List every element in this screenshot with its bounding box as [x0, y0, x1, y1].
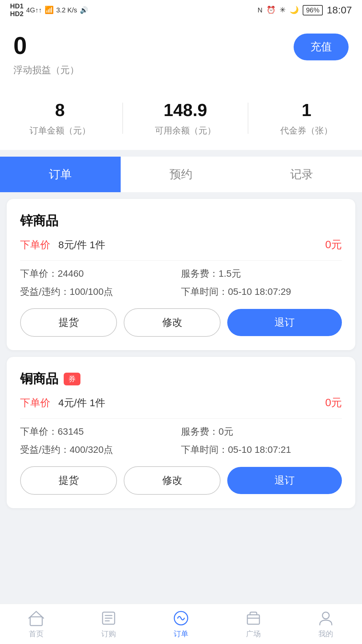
modify-button-2[interactable]: 修改 [124, 466, 221, 495]
price-total-2: 0元 [325, 395, 342, 410]
nav-subscribe-label: 订购 [101, 629, 116, 639]
order-title-1: 锌商品 [20, 212, 58, 229]
order-title-row-2: 铜商品 券 [20, 370, 342, 387]
carrier-icon: HD1HD2 [10, 2, 23, 18]
header-section: 0 充值 浮动损益（元） 8 订单金额（元） 148.9 可用余额（元） 1 代… [0, 20, 362, 150]
signal-4g-icon: 4G↑↑ [26, 6, 42, 14]
price-row-1: 下单价 8元/件 1件 0元 [20, 237, 342, 252]
price-row-2: 下单价 4元/件 1件 0元 [20, 395, 342, 410]
nav-order[interactable]: 订单 [145, 609, 217, 639]
pickup-button-1[interactable]: 提货 [20, 308, 117, 337]
tabs-section: 订单 预约 记录 [0, 157, 362, 192]
nav-mine-label: 我的 [318, 629, 333, 639]
info-grid-1: 下单价：24460 服务费：1.5元 受益/违约：100/100点 下单时间：0… [20, 267, 342, 298]
service-fee-2: 服务费：0元 [181, 425, 342, 438]
stat-vouchers: 1 代金券（张） [280, 100, 333, 137]
action-row-2: 提货 修改 退订 [20, 466, 342, 495]
order-price-2: 下单价：63145 [20, 425, 181, 438]
home-icon [27, 609, 45, 627]
voucher-badge-2: 券 [64, 373, 80, 385]
order-time-2: 下单时间：05-10 18:07:21 [181, 443, 342, 456]
nav-market-label: 广场 [246, 629, 261, 639]
order-time-1: 下单时间：05-10 18:07:29 [181, 285, 342, 298]
status-left: HD1HD2 4G↑↑ 📶 3.2 K/s 🔊 [10, 2, 88, 18]
stats-row: 8 订单金额（元） 148.9 可用余额（元） 1 代金券（张） [13, 93, 349, 137]
status-right: N ⏰ ✳ 🌙 96% 18:07 [257, 4, 352, 16]
balance-amount: 0 [13, 34, 27, 58]
svg-point-8 [322, 612, 329, 619]
nav-order-label: 订单 [174, 629, 188, 639]
speed-label: 3.2 K/s [56, 6, 77, 14]
order-card-1: 锌商品 下单价 8元/件 1件 0元 下单价：24460 服务费：1.5元 受益… [7, 199, 355, 350]
order-icon [172, 609, 190, 627]
alarm-icon: ⏰ [266, 6, 276, 14]
mine-icon [317, 609, 335, 627]
divider-1 [20, 260, 342, 261]
recharge-button[interactable]: 充值 [294, 34, 349, 60]
main-content: 锌商品 下单价 8元/件 1件 0元 下单价：24460 服务费：1.5元 受益… [0, 192, 362, 562]
moon-icon: 🌙 [290, 6, 299, 14]
volume-icon: 🔊 [80, 6, 88, 14]
order-card-2: 铜商品 券 下单价 4元/件 1件 0元 下单价：63145 服务费：0元 受益… [7, 357, 355, 508]
nav-home[interactable]: 首页 [0, 609, 72, 639]
cancel-button-2[interactable]: 退订 [227, 467, 342, 494]
info-grid-2: 下单价：63145 服务费：0元 受益/违约：400/320点 下单时间：05-… [20, 425, 342, 456]
svg-rect-6 [247, 615, 259, 624]
balance-row: 0 充值 [13, 34, 349, 60]
status-bar: HD1HD2 4G↑↑ 📶 3.2 K/s 🔊 N ⏰ ✳ 🌙 96% 18:0… [0, 0, 362, 20]
service-fee-1: 服务费：1.5元 [181, 267, 342, 280]
tab-orders[interactable]: 订单 [0, 157, 121, 192]
stat-order-amount: 8 订单金额（元） [29, 100, 90, 137]
bluetooth-icon: ✳ [280, 6, 286, 14]
stat-divider-1 [122, 103, 123, 134]
balance-label: 浮动损益（元） [13, 64, 349, 76]
subscribe-icon [100, 609, 117, 627]
market-icon [245, 609, 262, 627]
orders-container: 锌商品 下单价 8元/件 1件 0元 下单价：24460 服务费：1.5元 受益… [0, 192, 362, 515]
stat-divider-2 [248, 103, 248, 134]
order-title-2: 铜商品 [20, 370, 58, 387]
nav-market[interactable]: 广场 [217, 609, 290, 639]
pickup-button-2[interactable]: 提货 [20, 466, 117, 495]
wifi-icon: 📶 [45, 6, 54, 14]
price-detail-2: 4元/件 1件 [58, 396, 325, 410]
profit-loss-1: 受益/违约：100/100点 [20, 285, 181, 298]
nav-mine[interactable]: 我的 [290, 609, 362, 639]
svg-rect-0 [30, 617, 42, 626]
tab-records[interactable]: 记录 [241, 157, 362, 192]
profit-loss-2: 受益/违约：400/320点 [20, 443, 181, 456]
price-label-1: 下单价 [20, 238, 50, 252]
nav-home-label: 首页 [29, 629, 44, 639]
divider-2 [20, 418, 342, 419]
modify-button-1[interactable]: 修改 [124, 308, 221, 337]
nfc-icon: N [257, 6, 262, 14]
price-total-1: 0元 [325, 237, 342, 252]
action-row-1: 提货 修改 退订 [20, 308, 342, 337]
order-title-row-1: 锌商品 [20, 212, 342, 229]
bottom-nav: 首页 订购 订单 广场 我的 [0, 604, 362, 644]
price-label-2: 下单价 [20, 396, 50, 410]
price-detail-1: 8元/件 1件 [58, 238, 325, 252]
battery-indicator: 96% [303, 5, 323, 15]
stat-available-balance: 148.9 可用余额（元） [155, 100, 216, 137]
cancel-button-1[interactable]: 退订 [227, 309, 342, 336]
tab-appointment[interactable]: 预约 [121, 157, 241, 192]
nav-subscribe[interactable]: 订购 [72, 609, 145, 639]
time-label: 18:07 [327, 4, 352, 16]
order-price-1: 下单价：24460 [20, 267, 181, 280]
